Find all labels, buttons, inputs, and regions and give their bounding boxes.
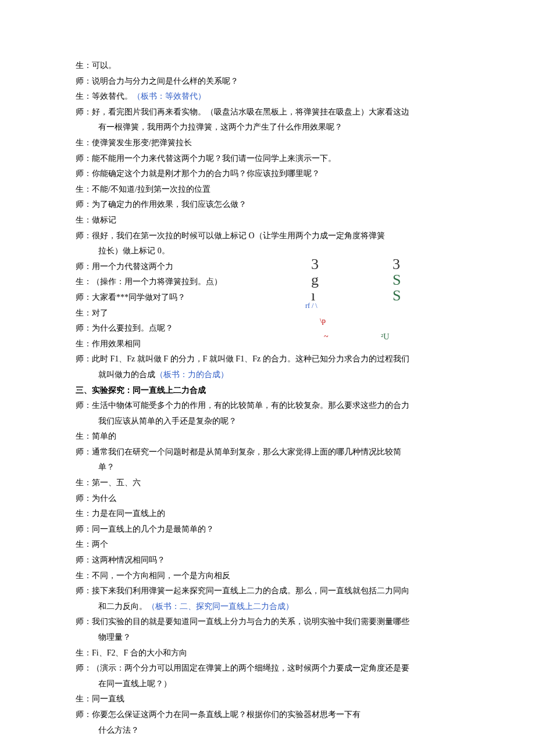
- dialogue-line: 拉长）做上标记 0。: [76, 243, 465, 259]
- speaker-label: 生：: [76, 309, 92, 317]
- speaker-label: 生：: [76, 509, 92, 518]
- speaker-label: 生：: [76, 185, 92, 194]
- speaker-label: 师：: [76, 710, 92, 719]
- dialogue-line: 师：我们实验的目的就是要知道同一直线上分力与合力的关系，说明实验中我们需要测量哪…: [76, 614, 465, 630]
- dialogue-line: 在同一直线上呢？）: [76, 676, 465, 692]
- speaker-label: 生：: [76, 61, 92, 70]
- dialogue-line: 师：用一个力代替这两个力: [76, 259, 465, 275]
- line-text: （演示：两个分力可以用固定在弹簧上的两个细绳拉，这时候两个力要成一定角度还是要: [92, 664, 409, 672]
- dialogue-line: 生：使弹簧发生形变/把弹簧拉长: [76, 135, 465, 151]
- dialogue-line: 师：为什么要拉到。点呢？: [76, 321, 465, 336]
- line-text: 此时 F1、Fz 就叫做 F 的分力，F 就叫做 F1、Fz 的合力。这种已知分…: [92, 354, 409, 363]
- line-text: 用一个力代替这两个力: [92, 262, 173, 271]
- speaker-label: 师：: [76, 293, 92, 302]
- line-text: 有一根弹簧，我用两个力拉弹簧，这两个力产生了什么作用效果呢？: [98, 123, 343, 131]
- line-text: 做标记: [92, 216, 116, 224]
- dialogue-line: 生：简单的: [76, 429, 465, 445]
- dialogue-line: 师：为了确定力的作用效果，我们应该怎么做？: [76, 197, 465, 213]
- dialogue-line: 师：能不能用一个力来代替这两个力呢？我们请一位同学上来演示一下。: [76, 151, 465, 167]
- line-text: 什么方法？: [98, 726, 139, 734]
- dialogue-line: 单？: [76, 460, 465, 475]
- speaker-label: 生：: [76, 432, 92, 440]
- line-text: 可以。: [92, 61, 116, 70]
- dialogue-line: 和二力反向。（板书：二、探究同一直线上二力合成）: [76, 599, 465, 615]
- line-text: （操作：用一个力将弹簧拉到。点）: [92, 277, 222, 286]
- line-text: 同一直线上的几个力是最简单的？: [92, 525, 214, 533]
- line-text: 通常我们在研究一个问题时都是从简单到复杂，那么大家觉得上面的哪几种情况比较简: [92, 447, 401, 456]
- line-text: 我们应该从简单的入手还是复杂的呢？: [98, 417, 237, 425]
- speaker-label: 生：: [76, 540, 92, 549]
- speaker-label: 生：: [76, 92, 92, 101]
- board-note: （板书：等效替代）: [133, 92, 206, 101]
- speaker-label: 师：: [76, 617, 92, 626]
- dialogue-line: 生：两个: [76, 537, 465, 553]
- dialogue-line: 师：接下来我们利用弹簧一起来探究同一直线上二力的合成。那么，同一直线就包括二力同…: [76, 583, 465, 599]
- line-text: 同一直线: [92, 694, 124, 703]
- dialogue-line: 师：你要怎么保证这两个力在同一条直线上呢？根据你们的实验器材思考一下有: [76, 707, 465, 723]
- line-text: 力是在同一直线上的: [92, 509, 165, 518]
- dialogue-line: 什么方法？: [76, 723, 465, 739]
- speaker-label: 生：: [76, 339, 92, 348]
- line-text: 为了确定力的作用效果，我们应该怎么做？: [92, 200, 247, 209]
- line-text: 等效替代。: [92, 92, 133, 101]
- line-text: 就叫做力的合成: [98, 370, 155, 379]
- speaker-label: 师：: [76, 494, 92, 503]
- line-text: 为什么: [92, 494, 116, 503]
- speaker-label: 师：: [76, 154, 92, 163]
- line-text: 三、实验探究：同一直线上二力合成: [76, 385, 206, 395]
- dialogue-line: 生：（操作：用一个力将弹簧拉到。点）: [76, 274, 465, 290]
- dialogue-line: 有一根弹簧，我用两个力拉弹簧，这两个力产生了什么作用效果呢？: [76, 120, 465, 135]
- line-text: 这两种情况相同吗？: [92, 556, 165, 564]
- speaker-label: 师：: [76, 447, 92, 456]
- line-text: 大家看***同学做对了吗？: [92, 293, 186, 302]
- speaker-label: 生：: [76, 138, 92, 147]
- line-text: 第一、五、六: [92, 478, 141, 487]
- dialogue-line: 生：可以。: [76, 58, 465, 74]
- line-text: 说明合力与分力之间是什么样的关系呢？: [92, 77, 238, 85]
- speaker-label: 师：: [76, 77, 92, 85]
- dialogue-line: 师：你能确定这个力就是刚才那个力的合力吗？你应该拉到哪里呢？: [76, 166, 465, 182]
- speaker-label: 师：: [76, 200, 92, 209]
- speaker-label: 师：: [76, 401, 92, 410]
- board-note: （板书：二、探究同一直线上二力合成）: [147, 602, 294, 611]
- dialogue-line: 生：不能/不知道/拉到第一次拉的位置: [76, 182, 465, 198]
- speaker-label: 师：: [76, 231, 92, 240]
- line-text: 简单的: [92, 432, 116, 440]
- line-text: 接下来我们利用弹簧一起来探究同一直线上二力的合成。那么，同一直线就包括二力同向: [92, 586, 409, 595]
- dialogue-line: 师：大家看***同学做对了吗？: [76, 290, 465, 306]
- dialogue-line: 就叫做力的合成（板书：力的合成）: [76, 367, 465, 383]
- line-text: 不能/不知道/拉到第一次拉的位置: [92, 185, 211, 194]
- speaker-label: 师：: [76, 586, 92, 595]
- dialogue-line: 师：（演示：两个分力可以用固定在弹簧上的两个细绳拉，这时候两个力要成一定角度还是…: [76, 661, 465, 676]
- dialogue-line: 生：对了: [76, 306, 465, 321]
- speaker-label: 师：: [76, 324, 92, 332]
- line-text: 对了: [92, 309, 108, 317]
- line-text: 在同一直线上呢？）: [98, 679, 172, 688]
- section-heading: 三、实验探究：同一直线上二力合成: [76, 382, 465, 398]
- dialogue-line: 师：很好，我们在第一次拉的时候可以做上标记 O（让学生用两个力成一定角度将弹簧: [76, 228, 465, 244]
- dialogue-line: 师：好，看完图片我们再来看实物。（吸盘沾水吸在黑板上，将弹簧挂在吸盘上）大家看这…: [76, 105, 465, 120]
- line-text: 作用效果相同: [92, 339, 141, 348]
- line-text: 生活中物体可能受多个力的作用，有的比较简单，有的比较复杂。那么要求这些力的合力: [92, 401, 409, 410]
- line-text: 好，看完图片我们再来看实物。（吸盘沾水吸在黑板上，将弹簧挂在吸盘上）大家看这边: [92, 108, 409, 116]
- speaker-label: 师：: [76, 262, 92, 271]
- dialogue-line: 生：作用效果相同: [76, 336, 465, 352]
- line-text: 和二力反向。: [98, 602, 147, 611]
- line-text: 两个: [92, 540, 108, 549]
- speaker-label: 师：: [76, 525, 92, 533]
- speaker-label: 生：: [76, 571, 92, 580]
- speaker-label: 师：: [76, 556, 92, 564]
- line-text: 我们实验的目的就是要知道同一直线上分力与合力的关系，说明实验中我们需要测量哪些: [92, 617, 409, 626]
- speaker-label: 师：: [76, 354, 92, 363]
- line-text: 物理量？: [98, 633, 131, 642]
- board-note: （板书：力的合成）: [155, 370, 229, 379]
- dialogue-line: 生：第一、五、六: [76, 475, 465, 491]
- line-text: 拉长）做上标记 0。: [98, 246, 170, 255]
- line-text: 为什么要拉到。点呢？: [92, 324, 173, 332]
- dialogue-line: 师：此时 F1、Fz 就叫做 F 的分力，F 就叫做 F1、Fz 的合力。这种已…: [76, 352, 465, 367]
- dialogue-line: 生：同一直线: [76, 691, 465, 707]
- dialogue-line: 物理量？: [76, 630, 465, 646]
- line-text: 你要怎么保证这两个力在同一条直线上呢？根据你们的实验器材思考一下有: [92, 710, 361, 719]
- line-text: 不同，一个方向相同，一个是方向相反: [92, 571, 230, 580]
- dialogue-line: 我们应该从简单的入手还是复杂的呢？: [76, 414, 465, 429]
